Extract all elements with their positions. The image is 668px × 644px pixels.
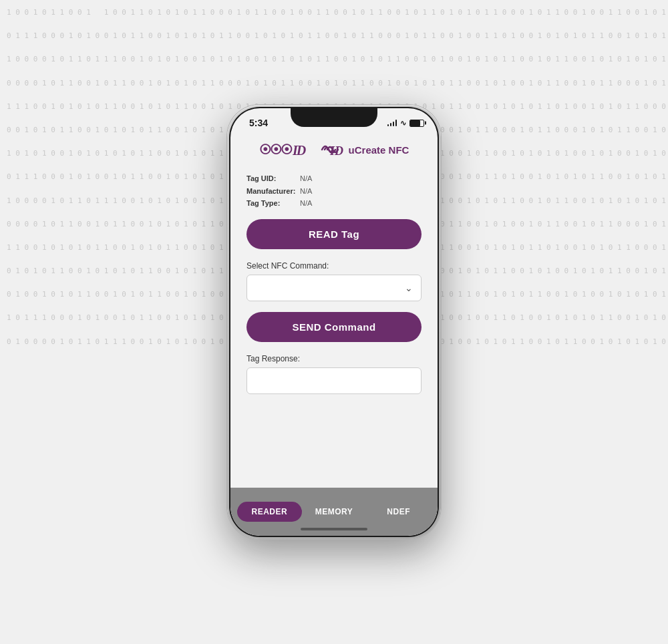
battery-fill [410, 120, 420, 126]
read-tag-button[interactable]: READ Tag [246, 219, 422, 249]
tag-response-box [246, 367, 422, 394]
signal-icon [387, 120, 397, 126]
nav-reader-label: READER [252, 507, 288, 516]
tag-type-row: Tag Type: N/A [246, 197, 422, 210]
nfc-command-label: Select NFC Command: [246, 261, 422, 271]
tag-type-label: Tag Type: [246, 197, 300, 210]
signal-bar-3 [393, 122, 395, 126]
nav-memory-label: MEMORY [315, 507, 353, 516]
phone-screen: 5:34 ∿ [230, 108, 438, 536]
signal-bar-2 [390, 123, 392, 126]
chevron-down-icon: ⌄ [405, 283, 413, 293]
logo-id-svg: ID [293, 139, 318, 160]
nfc-waves-svg: ID [321, 140, 345, 159]
tag-manufacturer-label: Manufacturer: [246, 185, 300, 198]
nav-item-ndef[interactable]: NDEF [366, 502, 431, 522]
wifi-icon: ∿ [400, 119, 406, 128]
tag-manufacturer-value: N/A [300, 185, 312, 198]
phone-notch [291, 108, 377, 127]
tag-manufacturer-row: Manufacturer: N/A [246, 185, 422, 198]
svg-text:ID: ID [329, 144, 343, 158]
nav-item-reader[interactable]: READER [237, 502, 302, 522]
phone-inner-bezel: 5:34 ∿ [229, 107, 439, 537]
tag-uid-label: Tag UID: [246, 172, 300, 185]
send-command-button[interactable]: SEND Command [246, 312, 422, 342]
app-content: ⦿⦿⦿ ID [230, 134, 438, 508]
status-time: 5:34 [249, 118, 268, 128]
nfc-command-section: Select NFC Command: ⌄ [246, 261, 422, 312]
signal-bar-1 [387, 124, 389, 126]
tag-uid-value: N/A [300, 172, 312, 185]
nfc-command-dropdown[interactable]: ⌄ [246, 275, 422, 301]
tag-info-section: Tag UID: N/A Manufacturer: N/A Tag Type:… [246, 172, 422, 210]
status-icons: ∿ [387, 119, 425, 128]
tag-response-label: Tag Response: [246, 354, 422, 363]
logo-brand-name: uCreate NFC [349, 144, 409, 156]
logo-icon: ⦿⦿⦿ ID [259, 139, 318, 160]
logo-waves-icon: ⦿⦿⦿ [259, 143, 291, 157]
logo-section: ⦿⦿⦿ ID [246, 139, 422, 160]
phone-mockup: 5:34 ∿ [227, 105, 441, 539]
tag-uid-row: Tag UID: N/A [246, 172, 422, 185]
tag-type-value: N/A [300, 197, 312, 210]
logo-full: ID uCreate NFC [321, 140, 409, 159]
phone-outer-shell: 5:34 ∿ [227, 105, 441, 539]
home-indicator [301, 528, 367, 530]
nav-item-memory[interactable]: MEMORY [302, 502, 367, 522]
tag-response-section: Tag Response: [246, 354, 422, 394]
nav-ndef-label: NDEF [387, 507, 410, 516]
svg-text:ID: ID [293, 143, 306, 158]
signal-bar-4 [395, 120, 397, 126]
battery-icon [409, 120, 424, 127]
